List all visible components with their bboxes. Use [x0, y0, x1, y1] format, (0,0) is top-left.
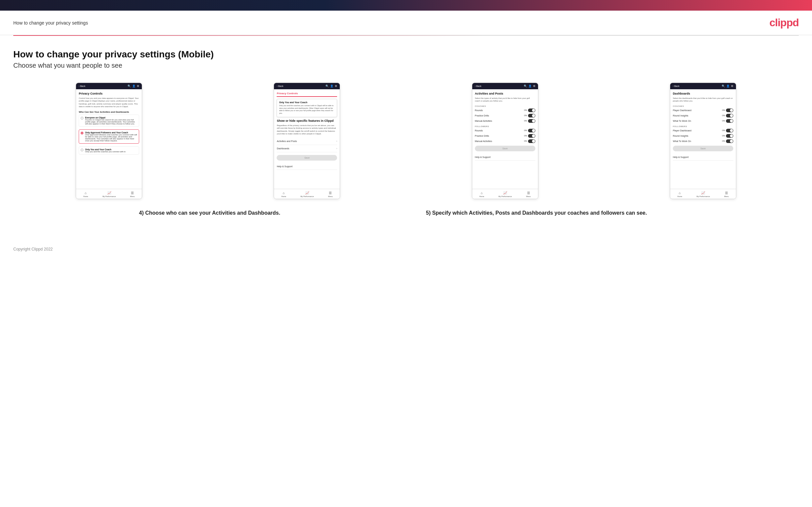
coaches-wtw-on-text: ON — [722, 120, 725, 122]
followers-manual-toggle[interactable] — [528, 139, 536, 143]
nav-home-label-3: Home — [479, 195, 484, 198]
followers-label-4: FOLLOWERS — [673, 125, 733, 127]
screen2-save[interactable]: Save — [276, 155, 337, 161]
radio-coach-only[interactable] — [81, 149, 83, 151]
nav-home-label-4: Home — [677, 195, 682, 198]
option-everyone[interactable]: Everyone on Clippd Anyone on Clippd can … — [79, 114, 139, 127]
people-icon-4[interactable]: 👤 — [726, 84, 730, 88]
home-icon-2: ⌂ — [283, 191, 285, 195]
top-color-bar — [0, 0, 812, 11]
screen4-save[interactable]: Save — [673, 146, 733, 151]
followers-pd-toggle[interactable] — [726, 129, 733, 132]
nav-menu[interactable]: ☰ Menu — [130, 191, 135, 198]
followers-wtw-toggle[interactable] — [726, 139, 733, 143]
screen3-back[interactable]: ‹ Back — [475, 85, 481, 87]
activities-posts-row[interactable]: Activities and Posts › — [276, 138, 337, 145]
option-approved-title: Only Approved Followers and Your Coach — [85, 131, 137, 134]
screen4-back[interactable]: ‹ Back — [673, 85, 679, 87]
nav-performance-2[interactable]: 📈 My Performance — [301, 191, 314, 198]
performance-icon-4: 📈 — [701, 191, 705, 195]
nav-performance-4[interactable]: 📈 My Performance — [697, 191, 710, 198]
performance-icon-3: 📈 — [503, 191, 507, 195]
help-row-2[interactable]: Help & Support — [276, 163, 337, 170]
toggle-knob-12 — [730, 140, 733, 143]
coaches-rounds-row: Rounds ON — [475, 109, 536, 112]
toggle-knob-10 — [730, 129, 733, 132]
coaches-manual-toggle[interactable] — [528, 119, 536, 123]
copyright: Copyright Clippd 2022 — [13, 247, 53, 251]
nav-performance-3[interactable]: 📈 My Performance — [499, 191, 512, 198]
activities-posts-label: Activities and Posts — [276, 140, 297, 143]
screen1-icons: 🔍 👤 ⚙ — [128, 84, 139, 88]
toggle-knob-4 — [532, 129, 535, 132]
settings-icon-4[interactable]: ⚙ — [731, 84, 733, 88]
people-icon[interactable]: 👤 — [132, 84, 136, 88]
followers-drills-row: Practice Drills ON — [475, 134, 536, 138]
nav-home-2[interactable]: ⌂ Home — [281, 191, 286, 198]
screen2-content: Privacy Controls Only You and Your Coach… — [274, 89, 340, 189]
screen4-header: ‹ Back 🔍 👤 ⚙ — [670, 83, 736, 89]
settings-icon[interactable]: ⚙ — [137, 84, 139, 88]
nav-home-4[interactable]: ⌂ Home — [677, 191, 682, 198]
screen4-content: Dashboards Select the dashboards that yo… — [670, 89, 736, 189]
help-row-3[interactable]: Help & Support — [475, 154, 536, 161]
screen2-popup: Only You and Your Coach Only you and the… — [276, 99, 337, 117]
coaches-what-to-work-row: What To Work On ON — [673, 119, 733, 123]
followers-player-dashboard-row: Player Dashboard ON — [673, 129, 733, 132]
option-everyone-text: Everyone on Clippd Anyone on Clippd can … — [85, 116, 137, 125]
option-coach-only[interactable]: Only You and Your Coach Only you and the… — [79, 146, 139, 155]
help-row-4[interactable]: Help & Support — [673, 154, 733, 161]
followers-manual-row: Manual Activities ON — [475, 139, 536, 143]
nav-menu-label: Menu — [130, 195, 135, 198]
coaches-drills-toggle-wrapper: ON — [524, 114, 536, 117]
screen3-save[interactable]: Save — [475, 146, 536, 151]
nav-menu-3[interactable]: ☰ Menu — [526, 191, 531, 198]
nav-performance[interactable]: 📈 My Performance — [102, 191, 115, 198]
screen1-back[interactable]: ‹ Back — [79, 85, 85, 87]
coaches-rounds-toggle[interactable] — [528, 109, 536, 112]
performance-icon: 📈 — [107, 191, 111, 195]
toggle-knob-11 — [730, 134, 733, 137]
search-icon-3[interactable]: 🔍 — [524, 84, 527, 88]
settings-icon-2[interactable]: ⚙ — [335, 84, 337, 88]
nav-menu-2[interactable]: ☰ Menu — [328, 191, 333, 198]
radio-approved[interactable] — [81, 132, 83, 134]
option-coach-only-desc: Only you and the coaches you connect wit… — [85, 151, 125, 153]
coaches-player-dashboard-label: Player Dashboard — [673, 109, 692, 111]
search-icon[interactable]: 🔍 — [128, 84, 131, 88]
coaches-pd-toggle[interactable] — [726, 109, 733, 112]
followers-drills-toggle[interactable] — [528, 134, 536, 138]
coaches-ri-toggle[interactable] — [726, 114, 733, 117]
coaches-drills-label: Practice Drills — [475, 114, 489, 117]
coaches-rounds-toggle-wrapper: ON — [524, 109, 536, 112]
coaches-wtw-toggle-wrapper: ON — [722, 119, 733, 123]
followers-rounds-toggle[interactable] — [528, 129, 536, 132]
followers-ri-toggle-wrapper: ON — [722, 134, 733, 138]
radio-everyone[interactable] — [81, 117, 83, 119]
screen2-tab: Privacy Controls — [276, 92, 337, 97]
nav-menu-4[interactable]: ☰ Menu — [724, 191, 729, 198]
people-icon-3[interactable]: 👤 — [528, 84, 532, 88]
screen2-back[interactable]: ‹ Back — [276, 85, 283, 87]
coaches-wtw-toggle[interactable] — [726, 119, 733, 123]
coaches-pd-on-text: ON — [722, 109, 725, 111]
followers-ri-toggle[interactable] — [726, 134, 733, 138]
nav-home-3[interactable]: ⌂ Home — [479, 191, 484, 198]
screen4-desc: Select the dashboards that you'd like to… — [673, 97, 733, 103]
help-label-3: Help & Support — [475, 156, 491, 158]
screen3-content: Activities and Posts Select the types of… — [472, 89, 538, 189]
caption-step5: 5) Specify which Activities, Posts and D… — [406, 209, 799, 217]
followers-manual-on-text: ON — [524, 140, 527, 142]
search-icon-4[interactable]: 🔍 — [722, 84, 725, 88]
settings-icon-3[interactable]: ⚙ — [533, 84, 536, 88]
option-approved[interactable]: Only Approved Followers and Your Coach O… — [79, 129, 139, 144]
option-approved-text: Only Approved Followers and Your Coach O… — [85, 131, 137, 142]
search-icon-2[interactable]: 🔍 — [325, 84, 329, 88]
coaches-drills-toggle[interactable] — [528, 114, 536, 117]
followers-label-3: FOLLOWERS — [475, 125, 536, 127]
coaches-ri-toggle-wrapper: ON — [722, 114, 733, 117]
people-icon-2[interactable]: 👤 — [330, 84, 334, 88]
nav-home[interactable]: ⌂ Home — [83, 191, 88, 198]
dashboards-row[interactable]: Dashboards › — [276, 145, 337, 152]
menu-icon-2: ☰ — [329, 191, 332, 195]
